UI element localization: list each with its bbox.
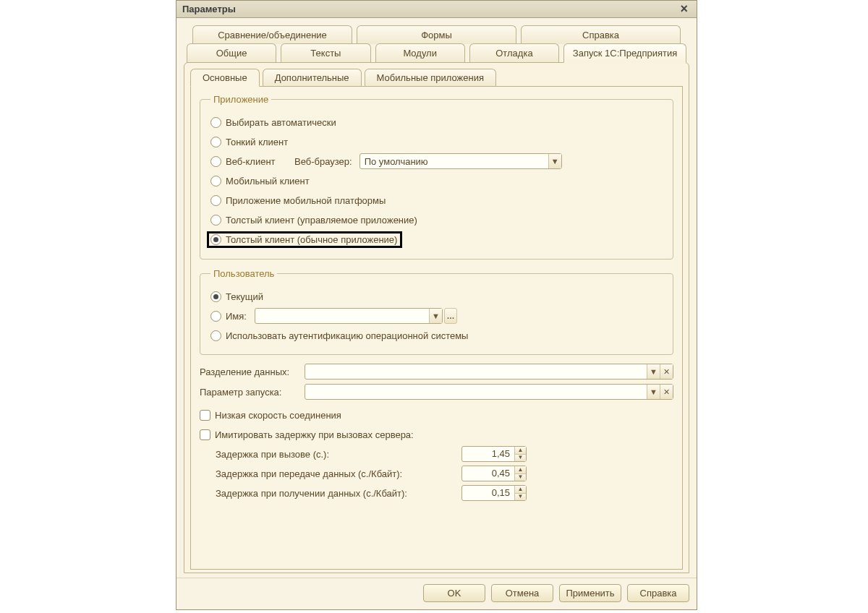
check-low-speed[interactable] bbox=[200, 410, 210, 421]
label-mobile: Мобильный клиент bbox=[226, 176, 310, 187]
group-user: Пользователь Текущий Имя: ▼ … bbox=[200, 268, 673, 355]
close-icon[interactable]: × bbox=[677, 1, 691, 17]
group-application: Приложение Выбирать автоматически Тонкий… bbox=[200, 94, 673, 260]
chevron-down-icon[interactable]: ▼ bbox=[429, 309, 442, 323]
spin-down-icon[interactable]: ▼ bbox=[515, 455, 526, 462]
label-delay-call: Задержка при вызове (с.): bbox=[216, 449, 461, 460]
spin-up-icon[interactable]: ▲ bbox=[515, 447, 526, 455]
window-title: Параметры bbox=[182, 4, 236, 14]
radio-thick-managed[interactable] bbox=[210, 215, 221, 226]
dialog-footer: OK Отмена Применить Справка bbox=[176, 578, 697, 609]
label-thick-ordinary: Толстый клиент (обычное приложение) bbox=[226, 234, 397, 245]
spinner[interactable]: ▲▼ bbox=[514, 486, 526, 500]
label-split-data: Разделение данных: bbox=[200, 366, 305, 377]
chevron-down-icon[interactable]: ▼ bbox=[647, 364, 660, 379]
tab-compare[interactable]: Сравнение/объединение bbox=[192, 25, 352, 44]
chevron-down-icon[interactable]: ▼ bbox=[647, 385, 660, 399]
label-auto: Выбирать автоматически bbox=[226, 117, 336, 128]
tab-row-lower: Общие Тексты Модули Отладка Запуск 1С:Пр… bbox=[184, 43, 689, 63]
check-imitate-delay[interactable] bbox=[200, 429, 210, 440]
label-delay-recv: Задержка при получении данных (с./Кбайт)… bbox=[216, 488, 461, 499]
browser-combo[interactable]: По умолчанию ▼ bbox=[359, 153, 562, 169]
chevron-down-icon[interactable]: ▼ bbox=[548, 154, 561, 168]
launch-page: Основные Дополнительные Мобильные прилож… bbox=[184, 62, 689, 573]
radio-os-auth[interactable] bbox=[210, 330, 221, 341]
label-thin: Тонкий клиент bbox=[226, 137, 288, 147]
row-launch-param: Параметр запуска: ▼ ✕ bbox=[200, 384, 673, 400]
split-data-combo[interactable]: ▼ ✕ bbox=[305, 364, 673, 380]
clear-icon[interactable]: ✕ bbox=[660, 385, 673, 399]
radio-mobile-platform[interactable] bbox=[210, 195, 221, 206]
radio-name-user[interactable] bbox=[210, 311, 221, 322]
subtab-additional[interactable]: Дополнительные bbox=[263, 69, 362, 87]
delay-send-value: 0,45 bbox=[462, 466, 514, 481]
tab-general[interactable]: Общие bbox=[187, 43, 276, 63]
label-mobile-platform: Приложение мобильной платформы bbox=[226, 195, 386, 206]
row-split-data: Разделение данных: ▼ ✕ bbox=[200, 364, 673, 380]
delay-recv-field[interactable]: 0,15 ▲▼ bbox=[461, 485, 527, 501]
user-name-combo[interactable]: ▼ bbox=[255, 308, 443, 324]
label-low-speed: Низкая скорость соединения bbox=[215, 410, 341, 421]
tab-forms[interactable]: Формы bbox=[357, 25, 516, 44]
label-web: Веб-клиент bbox=[226, 156, 294, 167]
spin-up-icon[interactable]: ▲ bbox=[515, 466, 526, 474]
radio-current-user[interactable] bbox=[210, 291, 221, 302]
delay-send-field[interactable]: 0,45 ▲▼ bbox=[461, 466, 527, 481]
tab-help[interactable]: Справка bbox=[521, 25, 681, 44]
tab-modules[interactable]: Модули bbox=[375, 43, 465, 63]
selected-highlight: Толстый клиент (обычное приложение) bbox=[207, 231, 402, 248]
spin-down-icon[interactable]: ▼ bbox=[515, 474, 526, 481]
group-application-legend: Приложение bbox=[210, 94, 271, 105]
ok-button[interactable]: OK bbox=[423, 584, 485, 602]
label-browser: Веб-браузер: bbox=[294, 156, 352, 167]
cancel-button[interactable]: Отмена bbox=[491, 584, 553, 602]
user-name-browse[interactable]: … bbox=[444, 308, 457, 324]
tab-debug[interactable]: Отладка bbox=[469, 43, 559, 63]
tab-row-upper: Сравнение/объединение Формы Справка bbox=[184, 25, 689, 44]
tab-launch-1c[interactable]: Запуск 1С:Предприятия bbox=[563, 43, 686, 63]
clear-icon[interactable]: ✕ bbox=[660, 364, 673, 379]
radio-web[interactable] bbox=[210, 156, 221, 167]
label-thick-managed: Толстый клиент (управляемое приложение) bbox=[226, 215, 417, 226]
spinner[interactable]: ▲▼ bbox=[514, 466, 526, 481]
spin-down-icon[interactable]: ▼ bbox=[515, 494, 526, 501]
delay-call-value: 1,45 bbox=[462, 447, 514, 461]
label-name-user: Имя: bbox=[226, 311, 255, 322]
radio-auto[interactable] bbox=[210, 117, 221, 128]
subtab-mobile-apps[interactable]: Мобильные приложения bbox=[365, 69, 496, 87]
main-subpage: Приложение Выбирать автоматически Тонкий… bbox=[190, 86, 683, 570]
radio-thin[interactable] bbox=[210, 137, 221, 147]
browser-combo-value: По умолчанию bbox=[360, 156, 548, 167]
apply-button[interactable]: Применить bbox=[559, 584, 621, 602]
parameters-dialog: Параметры × Сравнение/объединение Формы … bbox=[176, 0, 697, 610]
help-button[interactable]: Справка bbox=[627, 584, 689, 602]
subtab-main[interactable]: Основные bbox=[190, 69, 260, 87]
delay-recv-value: 0,15 bbox=[462, 486, 514, 500]
launch-param-combo[interactable]: ▼ ✕ bbox=[305, 384, 673, 400]
radio-thick-ordinary[interactable] bbox=[210, 234, 221, 245]
subtab-row: Основные Дополнительные Мобильные прилож… bbox=[190, 69, 683, 87]
label-imitate-delay: Имитировать задержку при вызовах сервера… bbox=[215, 429, 414, 440]
radio-mobile[interactable] bbox=[210, 176, 221, 187]
group-user-legend: Пользователь bbox=[210, 268, 277, 279]
label-os-auth: Использовать аутентификацию операционной… bbox=[226, 330, 468, 341]
spin-up-icon[interactable]: ▲ bbox=[515, 486, 526, 494]
dialog-content: Сравнение/объединение Формы Справка Общи… bbox=[176, 18, 697, 578]
label-delay-send: Задержка при передаче данных (с./Кбайт): bbox=[216, 468, 461, 479]
label-current-user: Текущий bbox=[226, 291, 263, 302]
label-launch-param: Параметр запуска: bbox=[200, 387, 305, 398]
delay-call-field[interactable]: 1,45 ▲▼ bbox=[461, 446, 527, 462]
spinner[interactable]: ▲▼ bbox=[514, 447, 526, 461]
titlebar: Параметры × bbox=[176, 1, 697, 18]
tab-texts[interactable]: Тексты bbox=[281, 43, 370, 63]
